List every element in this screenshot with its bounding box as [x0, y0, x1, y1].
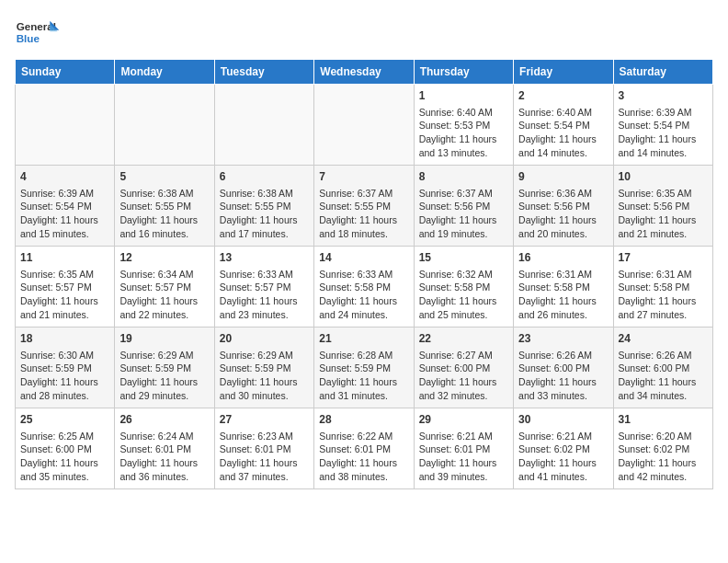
day-number: 29	[419, 412, 508, 428]
day-info: Sunrise: 6:24 AM	[119, 430, 209, 443]
day-info: Sunset: 5:56 PM	[619, 200, 708, 213]
day-info: Sunrise: 6:26 AM	[619, 349, 708, 362]
day-number: 14	[319, 250, 408, 266]
day-info: Daylight: 11 hours and 20 minutes.	[518, 213, 608, 240]
day-info: Sunset: 5:53 PM	[419, 119, 508, 132]
day-info: Sunrise: 6:39 AM	[20, 187, 109, 201]
day-number: 6	[220, 169, 309, 185]
day-number: 28	[319, 412, 408, 428]
day-number: 21	[319, 331, 408, 347]
col-header-saturday: Saturday	[613, 60, 712, 85]
day-info: Sunset: 5:54 PM	[619, 119, 708, 132]
calendar-cell: 7Sunrise: 6:37 AMSunset: 5:55 PMDaylight…	[314, 166, 414, 247]
day-info: Sunset: 5:55 PM	[220, 200, 309, 213]
calendar-cell: 24Sunrise: 6:26 AMSunset: 6:00 PMDayligh…	[613, 327, 712, 408]
day-info: Sunrise: 6:22 AM	[319, 430, 408, 443]
day-info: Daylight: 11 hours and 16 minutes.	[119, 213, 209, 240]
calendar-cell: 21Sunrise: 6:28 AMSunset: 5:59 PMDayligh…	[314, 327, 414, 408]
day-number: 20	[220, 331, 309, 347]
day-info: Sunset: 5:59 PM	[119, 362, 209, 375]
calendar-cell: 9Sunrise: 6:36 AMSunset: 5:56 PMDaylight…	[514, 166, 613, 247]
day-number: 8	[419, 169, 508, 185]
day-info: Sunset: 5:55 PM	[119, 200, 209, 213]
day-info: Sunrise: 6:21 AM	[518, 430, 608, 443]
day-info: Daylight: 11 hours and 14 minutes.	[619, 132, 708, 159]
day-info: Daylight: 11 hours and 21 minutes.	[20, 294, 109, 321]
calendar-cell: 4Sunrise: 6:39 AMSunset: 5:54 PMDaylight…	[16, 166, 115, 247]
day-number: 22	[419, 331, 508, 347]
day-info: Sunset: 6:01 PM	[319, 442, 408, 456]
col-header-monday: Monday	[115, 60, 214, 85]
day-info: Sunset: 6:01 PM	[119, 442, 209, 456]
day-number: 1	[419, 88, 508, 104]
day-number: 7	[319, 169, 408, 185]
day-info: Daylight: 11 hours and 18 minutes.	[319, 213, 408, 240]
day-info: Daylight: 11 hours and 42 minutes.	[619, 456, 708, 483]
day-info: Sunrise: 6:30 AM	[20, 349, 109, 362]
calendar-cell: 10Sunrise: 6:35 AMSunset: 5:56 PMDayligh…	[613, 166, 712, 247]
day-number: 23	[518, 331, 608, 347]
calendar-week-row: 11Sunrise: 6:35 AMSunset: 5:57 PMDayligh…	[16, 247, 713, 327]
calendar-cell: 20Sunrise: 6:29 AMSunset: 5:59 PMDayligh…	[214, 327, 313, 408]
calendar-cell: 17Sunrise: 6:31 AMSunset: 5:58 PMDayligh…	[613, 247, 712, 327]
day-info: Sunrise: 6:29 AM	[220, 349, 309, 362]
calendar-header-row: SundayMondayTuesdayWednesdayThursdayFrid…	[16, 60, 713, 85]
calendar-cell: 29Sunrise: 6:21 AMSunset: 6:01 PMDayligh…	[414, 408, 513, 489]
col-header-wednesday: Wednesday	[314, 60, 414, 85]
day-info: Sunset: 5:59 PM	[319, 362, 408, 375]
day-number: 24	[619, 331, 708, 347]
calendar-cell: 19Sunrise: 6:29 AMSunset: 5:59 PMDayligh…	[115, 327, 214, 408]
calendar-cell: 31Sunrise: 6:20 AMSunset: 6:02 PMDayligh…	[613, 408, 712, 489]
day-number: 16	[518, 250, 608, 266]
day-number: 19	[119, 331, 209, 347]
day-info: Sunset: 5:59 PM	[20, 362, 109, 375]
calendar-body: 1Sunrise: 6:40 AMSunset: 5:53 PMDaylight…	[16, 85, 713, 489]
calendar-cell: 13Sunrise: 6:33 AMSunset: 5:57 PMDayligh…	[214, 247, 313, 327]
day-info: Sunset: 5:56 PM	[518, 200, 608, 213]
calendar-cell: 28Sunrise: 6:22 AMSunset: 6:01 PMDayligh…	[314, 408, 414, 489]
day-number: 2	[518, 88, 608, 104]
day-number: 31	[619, 412, 708, 428]
calendar-cell: 8Sunrise: 6:37 AMSunset: 5:56 PMDaylight…	[414, 166, 513, 247]
day-info: Daylight: 11 hours and 14 minutes.	[518, 132, 608, 159]
day-number: 18	[20, 331, 109, 347]
calendar-week-row: 18Sunrise: 6:30 AMSunset: 5:59 PMDayligh…	[16, 327, 713, 408]
day-info: Sunset: 5:54 PM	[20, 200, 109, 213]
day-info: Sunset: 5:57 PM	[20, 281, 109, 294]
calendar-cell: 11Sunrise: 6:35 AMSunset: 5:57 PMDayligh…	[16, 247, 115, 327]
day-info: Daylight: 11 hours and 13 minutes.	[419, 132, 508, 159]
calendar-cell: 27Sunrise: 6:23 AMSunset: 6:01 PMDayligh…	[214, 408, 313, 489]
day-info: Daylight: 11 hours and 33 minutes.	[518, 375, 608, 402]
calendar-cell	[314, 85, 414, 166]
day-info: Sunrise: 6:40 AM	[419, 106, 508, 120]
day-info: Sunrise: 6:38 AM	[119, 187, 209, 201]
calendar-cell: 18Sunrise: 6:30 AMSunset: 5:59 PMDayligh…	[16, 327, 115, 408]
day-info: Sunrise: 6:26 AM	[518, 349, 608, 362]
day-info: Sunset: 5:56 PM	[419, 200, 508, 213]
day-number: 9	[518, 169, 608, 185]
day-number: 5	[119, 169, 209, 185]
calendar-cell: 23Sunrise: 6:26 AMSunset: 6:00 PMDayligh…	[514, 327, 613, 408]
day-info: Sunset: 5:54 PM	[518, 119, 608, 132]
day-info: Daylight: 11 hours and 25 minutes.	[419, 294, 508, 321]
page-header: General Blue	[15, 15, 713, 52]
day-number: 30	[518, 412, 608, 428]
day-info: Sunset: 6:02 PM	[619, 442, 708, 456]
col-header-thursday: Thursday	[414, 60, 513, 85]
day-info: Sunrise: 6:33 AM	[319, 268, 408, 282]
day-info: Daylight: 11 hours and 22 minutes.	[119, 294, 209, 321]
day-info: Sunrise: 6:20 AM	[619, 430, 708, 443]
day-info: Daylight: 11 hours and 21 minutes.	[619, 213, 708, 240]
calendar-cell	[115, 85, 214, 166]
svg-text:Blue: Blue	[17, 32, 40, 44]
day-info: Daylight: 11 hours and 36 minutes.	[119, 456, 209, 483]
day-info: Daylight: 11 hours and 37 minutes.	[220, 456, 309, 483]
day-info: Daylight: 11 hours and 35 minutes.	[20, 456, 109, 483]
day-info: Sunrise: 6:31 AM	[619, 268, 708, 282]
day-info: Sunrise: 6:29 AM	[119, 349, 209, 362]
day-number: 12	[119, 250, 209, 266]
day-info: Sunset: 6:00 PM	[619, 362, 708, 375]
day-number: 15	[419, 250, 508, 266]
day-number: 11	[20, 250, 109, 266]
day-info: Sunset: 6:01 PM	[419, 442, 508, 456]
